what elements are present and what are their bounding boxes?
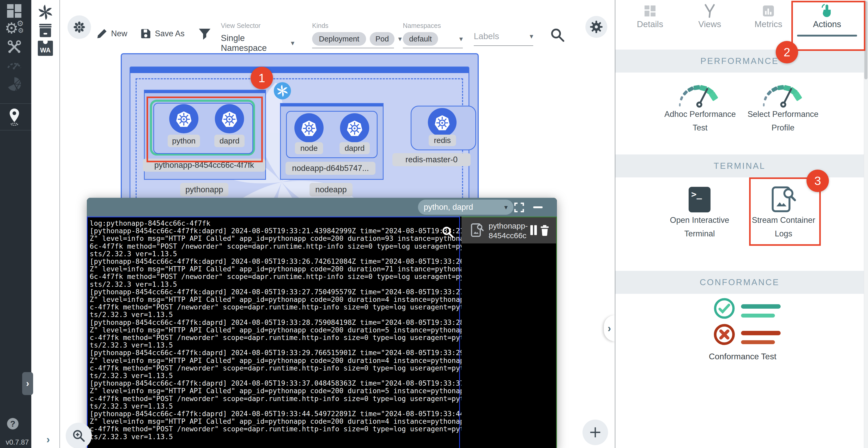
- log-line: ts/2.32.3 ver=1.13.5: [90, 402, 459, 410]
- archive-icon[interactable]: [38, 23, 53, 37]
- zoom-in-button[interactable]: [66, 423, 92, 448]
- scene-menu-button[interactable]: [67, 16, 91, 39]
- labels-dropdown[interactable]: Labels ▾: [474, 31, 533, 46]
- adhoc-performance-button[interactable]: [673, 78, 725, 108]
- log-line: sts/2.32.3 ver=1.13.5: [90, 250, 459, 258]
- add-button[interactable]: [583, 420, 608, 445]
- tab-views[interactable]: Views: [689, 4, 731, 29]
- dapr-spiral-icon: [276, 85, 288, 97]
- adhoc-performance-label-line1: Adhoc Performance: [658, 110, 742, 119]
- new-button[interactable]: New: [96, 28, 127, 39]
- metrics-pie-icon[interactable]: [6, 76, 23, 92]
- container-selector-value: python, daprd: [424, 203, 473, 212]
- minimize-icon[interactable]: [533, 206, 542, 208]
- section-performance: PERFORMANCE: [615, 50, 864, 72]
- panel-drawer-handle[interactable]: ›: [604, 315, 615, 341]
- kind-chip-deployment[interactable]: Deployment: [312, 32, 366, 46]
- details-icon: [643, 4, 657, 18]
- rail-expand-chevron[interactable]: ›: [46, 434, 50, 445]
- select-performance-profile-button[interactable]: [757, 78, 809, 108]
- dapr-sidecar-badge: [274, 82, 291, 99]
- deployment-titlebar: [145, 91, 265, 93]
- chevron-down-icon: ▾: [530, 32, 533, 40]
- stream-name-line1: pythonapp-: [489, 221, 528, 231]
- container-redis[interactable]: [428, 108, 457, 137]
- sidebar-expand-button[interactable]: ›: [22, 372, 33, 395]
- pencil-icon: [96, 28, 107, 39]
- kinds-dropdown[interactable]: Kinds Deployment Pod ▾: [312, 22, 394, 48]
- annotation-rect-1: [147, 96, 263, 162]
- fullscreen-icon[interactable]: [514, 202, 524, 213]
- log-line: c-4f7fk method="POST /neworder" scope=da…: [90, 334, 459, 341]
- namespace-chip-default[interactable]: default: [403, 32, 438, 46]
- save-as-button-label: Save As: [155, 29, 185, 38]
- metrics-icon: [761, 4, 776, 18]
- container-selector[interactable]: python, daprd ▾: [418, 200, 514, 215]
- adhoc-performance-label-line2: Test: [658, 123, 742, 132]
- chevron-down-icon: ▾: [398, 35, 402, 43]
- namespaces-dropdown[interactable]: Namespaces default ▾: [403, 22, 463, 48]
- stream-name-line2: 8454cc66c: [489, 231, 528, 240]
- save-as-button[interactable]: Save As: [140, 28, 185, 39]
- gauge-icon: [673, 78, 725, 108]
- terminal-titlebar[interactable]: python, daprd ▾: [87, 198, 557, 216]
- tools-icon[interactable]: [6, 39, 23, 55]
- view-selector-label: View Selector: [221, 22, 294, 29]
- log-line: c-4f7fk method="POST /neworder" scope=da…: [90, 425, 459, 432]
- open-interactive-terminal-button[interactable]: >_: [689, 187, 711, 212]
- filter-icon[interactable]: [198, 28, 211, 40]
- search-icon[interactable]: [550, 27, 566, 43]
- annotation-rect-2: [792, 1, 865, 51]
- chevron-down-icon: ▾: [459, 35, 463, 43]
- log-line: sts/2.32.3 ver=1.13.5: [90, 280, 459, 288]
- tab-metrics[interactable]: Metrics: [748, 4, 789, 29]
- views-icon: [703, 4, 717, 18]
- graph-canvas[interactable]: New Save As View Selector Single Namespa…: [60, 0, 615, 448]
- view-selector-value: Single Namespace: [221, 33, 291, 53]
- help-icon[interactable]: ?: [7, 418, 19, 429]
- app-rail: WA ›: [31, 0, 60, 448]
- dapr-logo-icon[interactable]: [38, 5, 53, 20]
- stream-log-icon: [470, 223, 485, 238]
- sidebar-divider: [0, 103, 31, 104]
- performance-gauge-icon[interactable]: [6, 57, 23, 70]
- delete-stream-icon[interactable]: [539, 224, 551, 236]
- log-line: Z" level=info msg="HTTP API Called" app_…: [90, 387, 459, 394]
- flower-icon: [73, 21, 86, 34]
- log-line: [pythonapp-8454cc66c-4f7fk:daprd] 2024-0…: [90, 319, 459, 326]
- map-pin-icon[interactable]: [6, 108, 23, 126]
- log-line: 6c-4f7fk method="POST /neworder" scope=d…: [90, 242, 459, 250]
- dashboard-icon[interactable]: [7, 4, 22, 18]
- log-line: Z" level=info msg="HTTP API Called" app_…: [90, 357, 459, 364]
- view-selector-dropdown[interactable]: View Selector Single Namespace ▾: [221, 22, 294, 56]
- kind-chip-pod[interactable]: Pod: [370, 32, 395, 46]
- container-label-redis: redis: [429, 135, 456, 146]
- log-zoom-cursor-icon: [441, 225, 455, 239]
- log-line: ts/2.32.3 ver=1.13.5: [90, 372, 459, 379]
- wasm-icon[interactable]: WA: [38, 41, 53, 56]
- stream-row[interactable]: pythonapp- 8454cc66c: [462, 217, 556, 243]
- labels-placeholder: Labels: [474, 31, 499, 41]
- log-line: ts/2.32.3 ver=1.13.5: [90, 341, 459, 349]
- tab-details[interactable]: Details: [629, 4, 671, 29]
- settings-button[interactable]: [585, 16, 607, 38]
- terminal-log-area[interactable]: log:pythonapp-8454cc66c-4f7fk[pythonapp-…: [87, 216, 460, 448]
- tab-views-label: Views: [689, 19, 731, 29]
- conformance-test-button[interactable]: [704, 295, 782, 350]
- terminal-prompt-icon: >_: [691, 189, 702, 199]
- check-circle-icon: [713, 297, 736, 320]
- details-panel: Details Views Metrics Actions 2 PERFORMA…: [615, 0, 864, 448]
- log-line: 6c-4f7fk method="POST /neworder" scope=d…: [90, 273, 459, 280]
- container-daprd2[interactable]: [340, 113, 369, 143]
- zoom-in-icon: [72, 429, 86, 443]
- log-line: c-4f7fk method="POST /neworder" scope=da…: [90, 395, 459, 402]
- kubernetes-icon: [345, 118, 364, 137]
- log-line: [pythonapp-8454cc66c-4f7fk:daprd] 2024-0…: [90, 410, 459, 417]
- pause-stream-icon[interactable]: [530, 225, 537, 235]
- services-gear-icon[interactable]: ⚙ ⚙ ⚙: [5, 21, 25, 37]
- log-line: log:pythonapp-8454cc66c-4f7fk: [90, 219, 459, 227]
- panel-divider: [615, 0, 615, 448]
- check-line-1: [741, 304, 781, 309]
- pod-label-redis: redis-master-0: [393, 153, 471, 166]
- container-node[interactable]: [294, 113, 323, 143]
